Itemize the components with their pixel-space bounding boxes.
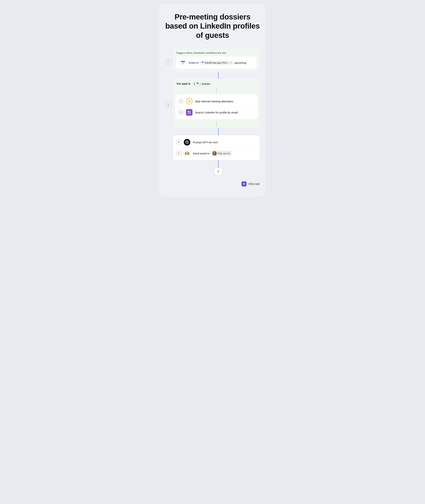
openai-icon [184, 139, 190, 145]
svg-text:31: 31 [197, 84, 198, 85]
svg-rect-14 [196, 83, 199, 84]
branding: relay.app [165, 181, 260, 186]
avatar: T [212, 151, 217, 156]
trigger-card[interactable]: 31 Event in [176, 56, 257, 69]
foreach-pill[interactable]: 1 31 › Guests [192, 82, 212, 86]
svg-point-20 [189, 101, 190, 102]
trigger-wrapper: Triggers when scheduled conditions are m… [173, 49, 260, 72]
connector-line-1 [218, 72, 219, 79]
svg-rect-23 [188, 113, 189, 114]
relay-logo [241, 181, 246, 186]
trigger-label: Triggers when scheduled conditions are m… [176, 52, 257, 54]
workflow: 1 Triggers when scheduled conditions are… [165, 49, 260, 176]
svg-rect-22 [190, 111, 191, 112]
connector-line-2 [218, 128, 219, 135]
foreach-wrapper: For each in 1 31 › [173, 79, 260, 128]
step-3-text: Skip internal meeting attendees [195, 100, 233, 103]
bottom-steps-row: 5 Prompt GPT-4o-mini 6 [165, 135, 260, 160]
svg-rect-16 [197, 83, 197, 83]
page-title: Pre-meeting dossiers based on LinkedIn p… [165, 12, 260, 40]
external-link-icon: ↗ [230, 61, 232, 64]
inner-step-4[interactable]: 4 Search LinkedIn for profi [178, 107, 255, 118]
step-6-num: 6 [176, 151, 181, 156]
step-5-text: Prompt GPT-4o-mini [193, 141, 218, 144]
page-wrapper: Pre-meeting dossiers based on LinkedIn p… [159, 4, 266, 197]
svg-rect-4 [182, 61, 182, 61]
step-5-num: 5 [176, 140, 181, 145]
trigger-row: 1 Triggers when scheduled conditions are… [165, 49, 260, 72]
linkedin-search-icon [186, 109, 193, 116]
svg-rect-5 [184, 61, 184, 61]
svg-rect-8 [202, 62, 204, 62]
dotted-connector-1 [216, 89, 217, 94]
gmail-icon [184, 150, 190, 157]
svg-rect-2 [181, 62, 185, 62]
relay-text: relay.app [248, 182, 260, 185]
foreach-row: 2 For each in 1 31 [165, 79, 260, 128]
bottom-wrapper: 5 Prompt GPT-4o-mini 6 [173, 135, 260, 160]
step-4-text: Search LinkedIn for profile by email [195, 111, 238, 114]
svg-rect-10 [202, 61, 202, 62]
inner-step-6[interactable]: 6 Send email to [176, 148, 257, 159]
google-calendar-icon: 31 [180, 59, 186, 66]
step-1-num: 1 [165, 59, 171, 65]
step-3-num: 3 [178, 99, 183, 104]
svg-text:31: 31 [182, 62, 184, 64]
calendar-account-pill[interactable]: 31 thijs@relay.app (Prim... ↗ [200, 61, 233, 65]
person-pill[interactable]: T Thijs van As [211, 150, 232, 156]
foreach-body: 3 Skip internal meeting attendees [175, 94, 258, 119]
step-2-num: 2 [165, 102, 171, 108]
step-6-text: Send email to T Thijs van As [193, 150, 232, 156]
trigger-text: Event in 31 thijs@rela [189, 61, 246, 65]
inner-step-5[interactable]: 5 Prompt GPT-4o-mini [176, 137, 257, 148]
step-4-num: 4 [178, 110, 183, 115]
inner-step-3[interactable]: 3 Skip internal meeting attendees [178, 96, 255, 107]
svg-rect-21 [188, 111, 189, 112]
connector-line-3 [218, 160, 219, 168]
add-step-button[interactable]: + [214, 168, 222, 176]
foreach-header[interactable]: For each in 1 31 › [173, 79, 260, 89]
svg-line-25 [191, 114, 191, 114]
svg-text:31: 31 [202, 63, 203, 64]
dotted-connector-2 [216, 122, 217, 127]
filter-icon [186, 98, 193, 104]
